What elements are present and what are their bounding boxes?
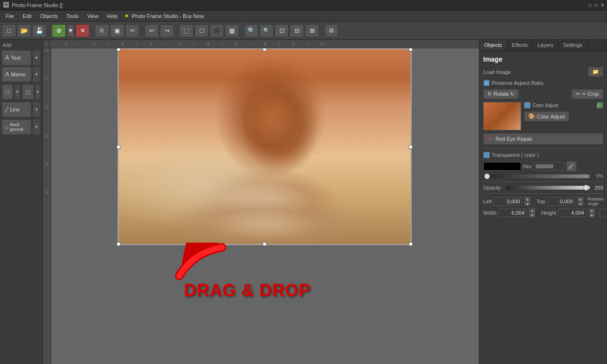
- shape-sq2-dropdown[interactable]: ▼: [35, 84, 40, 100]
- rotation-input[interactable]: [599, 209, 607, 217]
- tb-save[interactable]: 💾: [32, 24, 46, 37]
- menu-help[interactable]: Help: [103, 12, 121, 20]
- tb-sep6: [322, 25, 322, 36]
- image-preview: [483, 102, 521, 130]
- memo-icon: A: [5, 71, 9, 78]
- tb-dropdown[interactable]: ▼: [67, 24, 74, 37]
- menu-objects[interactable]: Objects: [37, 12, 62, 20]
- sel-handle-ml[interactable]: [117, 145, 120, 149]
- top-spin-up[interactable]: ▲: [577, 197, 584, 201]
- memo-button[interactable]: A Memo: [2, 67, 31, 82]
- sel-handle-bl[interactable]: [117, 242, 120, 246]
- left-spinner[interactable]: ▲ ▼: [524, 197, 531, 206]
- menu-tools[interactable]: Tools: [63, 12, 83, 20]
- tb-sep1: [49, 25, 49, 36]
- color-adjust-btn[interactable]: 🎨 Color Adjust: [524, 111, 569, 121]
- menu-edit[interactable]: Edit: [19, 12, 36, 20]
- bg-dropdown[interactable]: ▼: [33, 119, 40, 135]
- tb-arrange1[interactable]: ⬚: [179, 24, 193, 37]
- tb-zoom-in[interactable]: 🔍: [244, 24, 258, 37]
- tb-delete[interactable]: ✕: [75, 24, 90, 37]
- height-input[interactable]: [558, 209, 587, 217]
- menu-file[interactable]: File: [2, 12, 18, 20]
- slider-thumb[interactable]: [484, 173, 490, 179]
- rotate-btn[interactable]: ↻ Rotate ↻: [483, 89, 519, 99]
- tb-zoom-custom[interactable]: ⊠: [305, 24, 319, 37]
- width-input[interactable]: [498, 209, 527, 217]
- load-image-label: Load Image: [483, 69, 511, 75]
- top-spin-down[interactable]: ▼: [577, 201, 584, 206]
- text-button[interactable]: A Text: [2, 50, 31, 65]
- separator2: [483, 182, 603, 182]
- top-label: Top: [536, 199, 545, 204]
- main-image-container[interactable]: [118, 48, 412, 245]
- tb-zoom-out[interactable]: 🔍: [259, 24, 274, 37]
- tab-settings[interactable]: Settings: [559, 40, 588, 51]
- slider-row: 0%: [483, 173, 603, 179]
- tab-layers[interactable]: Layers: [533, 40, 559, 51]
- height-spinner[interactable]: ▲ ▼: [589, 208, 595, 218]
- left-input[interactable]: [494, 197, 522, 206]
- memo-dropdown[interactable]: ▼: [33, 67, 40, 82]
- left-spin-down[interactable]: ▼: [524, 201, 531, 206]
- height-spin-down[interactable]: ▼: [589, 213, 595, 218]
- tb-copy[interactable]: ⎘: [95, 24, 109, 37]
- line-button[interactable]: ╱ Line: [2, 102, 31, 117]
- crop-btn[interactable]: ✂ ✂ Crop: [571, 89, 603, 99]
- preserve-aspect-checkbox[interactable]: ✓: [483, 80, 490, 86]
- sel-handle-tl[interactable]: [117, 48, 120, 51]
- shape-sq1-dropdown[interactable]: ▼: [15, 84, 20, 100]
- win-close[interactable]: ×: [601, 2, 604, 9]
- tb-redo[interactable]: ↪: [160, 24, 174, 37]
- load-image-btn[interactable]: 📁: [588, 67, 603, 77]
- line-dropdown[interactable]: ▼: [33, 102, 40, 117]
- tb-zoom-100[interactable]: ⊟: [290, 24, 304, 37]
- hex-input[interactable]: [533, 162, 564, 171]
- tb-arrange2[interactable]: ⬡: [194, 24, 209, 37]
- height-spin-up[interactable]: ▲: [589, 208, 595, 213]
- tb-add[interactable]: ⊕: [52, 24, 66, 37]
- color-adj-toggle[interactable]: ▪: [597, 102, 603, 109]
- promo-star: ★: [124, 13, 129, 19]
- width-spin-up[interactable]: ▲: [529, 208, 535, 213]
- color-picker-btn[interactable]: 🖊: [566, 161, 577, 172]
- sel-handle-tm[interactable]: [263, 48, 267, 51]
- tb-sep3: [142, 25, 142, 36]
- opacity-slider[interactable]: [506, 186, 589, 190]
- opacity-label: Opacity: [483, 185, 501, 191]
- opacity-thumb[interactable]: [583, 185, 589, 191]
- win-min[interactable]: ○: [588, 2, 591, 9]
- win-max[interactable]: ○: [595, 2, 598, 9]
- text-dropdown[interactable]: ▼: [33, 50, 40, 65]
- width-spinner[interactable]: ▲ ▼: [529, 208, 535, 218]
- sel-handle-mr[interactable]: [409, 145, 413, 149]
- tb-duplicate[interactable]: ▣: [110, 24, 124, 37]
- ruler-h-marks: -1 0 1 2 3 4 5 6 7 8: [51, 42, 336, 46]
- tb-cut[interactable]: ✂: [125, 24, 139, 37]
- shape-sq1[interactable]: □: [2, 84, 13, 100]
- menu-view[interactable]: View: [83, 12, 102, 20]
- red-eye-repair-btn[interactable]: 👁 Red Eye Repair: [483, 133, 603, 145]
- tb-zoom-fit[interactable]: ⊡: [275, 24, 289, 37]
- tab-objects[interactable]: Objects: [479, 40, 507, 51]
- background-button[interactable]: □ Background: [2, 119, 31, 135]
- tb-new[interactable]: □: [2, 24, 16, 37]
- tab-effects[interactable]: Effects: [507, 40, 533, 51]
- canvas-with-ruler: 0 1 2 3 4 5: [43, 48, 479, 364]
- tb-arrange3[interactable]: ⬛: [210, 24, 224, 37]
- left-spin-up[interactable]: ▲: [524, 197, 531, 201]
- top-spinner[interactable]: ▲ ▼: [577, 197, 584, 206]
- sel-handle-bm[interactable]: [263, 242, 267, 246]
- tb-settings[interactable]: ⚙: [324, 24, 339, 37]
- width-spin-down[interactable]: ▼: [529, 213, 535, 218]
- sel-handle-br[interactable]: [409, 242, 413, 246]
- shape-sq2[interactable]: □: [22, 84, 34, 100]
- tb-undo[interactable]: ↩: [145, 24, 159, 37]
- sel-handle-tr[interactable]: [409, 48, 413, 51]
- tb-open[interactable]: 📂: [17, 24, 31, 37]
- top-input[interactable]: [547, 197, 575, 206]
- tb-arrange4[interactable]: ▦: [225, 24, 239, 37]
- main-image: [119, 49, 411, 244]
- window-controls[interactable]: ○ ○ ×: [588, 2, 604, 9]
- color-slider[interactable]: [483, 174, 589, 178]
